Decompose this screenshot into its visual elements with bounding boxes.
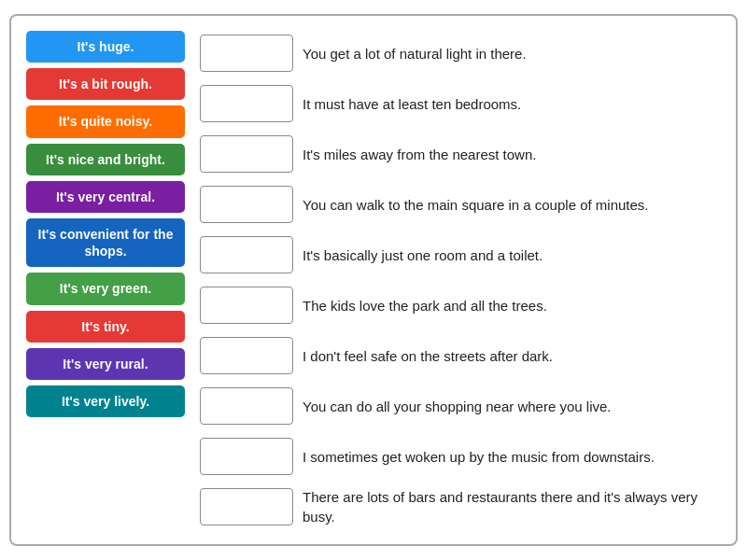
match-row-1: You get a lot of natural light in there. [200,31,721,76]
tag-button-1[interactable]: It's huge. [26,31,185,63]
drop-box-8[interactable] [200,387,293,425]
drop-box-9[interactable] [200,438,293,475]
tag-button-7[interactable]: It's very green. [26,273,185,304]
match-text-2: It must have at least ten bedrooms. [303,94,521,114]
match-row-4: You can walk to the main square in a cou… [200,182,721,227]
tag-button-6[interactable]: It's convenient for the shops. [26,218,185,267]
match-row-3: It's miles away from the nearest town. [200,132,721,176]
drop-box-2[interactable] [200,85,293,122]
drop-box-7[interactable] [200,337,293,374]
matches-column: You get a lot of natural light in there.… [200,31,721,529]
match-row-8: You can do all your shopping near where … [200,384,721,428]
drop-box-4[interactable] [200,186,293,223]
match-row-6: The kids love the park and all the trees… [200,283,721,328]
match-text-5: It's basically just one room and a toile… [303,245,543,265]
match-row-9: I sometimes get woken up by the music fr… [200,434,721,479]
match-text-8: You can do all your shopping near where … [303,397,612,416]
drop-box-6[interactable] [200,287,293,324]
match-row-10: There are lots of bars and restaurants t… [200,484,721,529]
tag-button-3[interactable]: It's quite noisy. [26,105,185,137]
drop-box-5[interactable] [200,236,293,273]
tag-button-2[interactable]: It's a bit rough. [26,68,185,100]
match-text-9: I sometimes get woken up by the music fr… [303,447,655,467]
match-text-1: You get a lot of natural light in there. [303,44,527,63]
tag-button-5[interactable]: It's very central. [26,181,185,213]
match-text-10: There are lots of bars and restaurants t… [303,487,721,526]
main-container: It's huge.It's a bit rough.It's quite no… [9,14,738,546]
match-text-6: The kids love the park and all the trees… [303,296,547,315]
drop-box-3[interactable] [200,135,293,173]
tag-button-8[interactable]: It's tiny. [26,311,185,343]
match-row-2: It must have at least ten bedrooms. [200,81,721,126]
match-text-4: You can walk to the main square in a cou… [303,195,649,215]
match-text-7: I don't feel safe on the streets after d… [303,346,553,366]
drop-box-10[interactable] [200,488,293,525]
match-text-3: It's miles away from the nearest town. [303,145,536,164]
drop-box-1[interactable] [200,35,293,72]
match-row-7: I don't feel safe on the streets after d… [200,333,721,378]
tag-button-9[interactable]: It's very rural. [26,348,185,380]
tag-button-10[interactable]: It's very lively. [26,385,185,417]
tag-button-4[interactable]: It's nice and bright. [26,144,185,175]
match-row-5: It's basically just one room and a toile… [200,232,721,277]
tags-column: It's huge.It's a bit rough.It's quite no… [26,31,185,529]
